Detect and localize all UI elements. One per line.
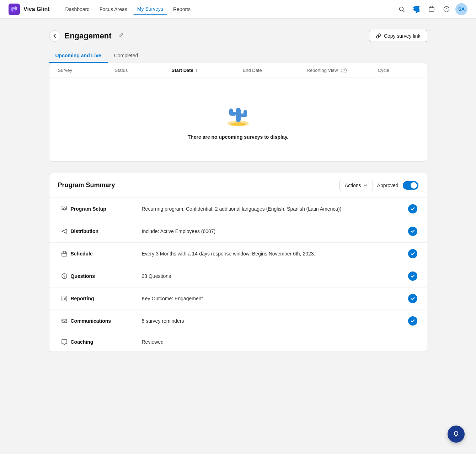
- questions-icon: ?: [58, 273, 71, 279]
- copy-survey-label: Copy survey link: [384, 33, 421, 39]
- program-setup-value: Recurring program, Confidential, 2 addit…: [142, 206, 407, 212]
- svg-point-3: [12, 9, 16, 12]
- brand-name: Viva Glint: [23, 6, 50, 12]
- svg-rect-10: [236, 108, 241, 122]
- distribution-label: Distribution: [71, 228, 142, 234]
- schedule-icon: [58, 250, 71, 257]
- settings-button[interactable]: [411, 3, 423, 15]
- reporting-row: Reporting Key Outcome: Engagement: [49, 287, 427, 310]
- reporting-label: Reporting: [71, 296, 142, 301]
- svg-rect-12: [229, 109, 233, 116]
- program-setup-row: Program Setup Recurring program, Confide…: [49, 198, 427, 220]
- nav-reports[interactable]: Reports: [169, 4, 195, 14]
- svg-line-5: [403, 10, 405, 12]
- col-reporting-view: Reporting View ?: [307, 68, 378, 73]
- back-button[interactable]: [49, 30, 60, 42]
- chevron-down-icon: [363, 183, 368, 188]
- reporting-icon: [58, 295, 71, 302]
- svg-rect-22: [62, 319, 67, 323]
- check-circle: [408, 294, 417, 303]
- questions-check: [407, 271, 418, 281]
- communications-icon: [58, 318, 71, 324]
- svg-rect-6: [429, 7, 434, 11]
- communications-value: 5 survey reminders: [142, 318, 407, 324]
- questions-value: 23 Questions: [142, 273, 407, 279]
- svg-point-15: [230, 122, 246, 126]
- notifications-button[interactable]: [426, 3, 438, 15]
- empty-state-message: There are no upcoming surveys to display…: [188, 134, 289, 140]
- approved-toggle[interactable]: [403, 181, 418, 190]
- schedule-label: Schedule: [71, 251, 142, 257]
- program-setup-icon: [58, 206, 71, 212]
- check-circle: [408, 316, 417, 326]
- col-cycle: Cycle: [378, 68, 421, 73]
- edit-title-button[interactable]: [116, 32, 126, 40]
- questions-row: ? Questions 23 Questions: [49, 265, 427, 287]
- check-circle: [408, 271, 417, 281]
- distribution-icon: [58, 228, 71, 234]
- copy-survey-button[interactable]: Copy survey link: [369, 30, 427, 42]
- distribution-row: Distribution Include: Active Employees (…: [49, 220, 427, 243]
- survey-table-panel: Survey Status Start Date ↑ End Date Repo…: [49, 63, 427, 162]
- col-end-date: End Date: [243, 68, 307, 73]
- distribution-value: Include: Active Employees (6007): [142, 228, 407, 234]
- coaching-value: Reviewed: [142, 339, 407, 345]
- program-setup-label: Program Setup: [71, 206, 142, 212]
- tab-upcoming[interactable]: Upcoming and Live: [49, 49, 108, 63]
- communications-label: Communications: [71, 318, 142, 324]
- svg-rect-14: [244, 110, 247, 117]
- communications-check: [407, 316, 418, 326]
- col-status: Status: [115, 68, 172, 73]
- reporting-check: [407, 294, 418, 303]
- approved-label: Approved: [377, 183, 399, 188]
- program-summary-controls: Actions Approved: [339, 180, 418, 191]
- schedule-check: [407, 249, 418, 258]
- col-start-date[interactable]: Start Date ↑: [172, 68, 243, 73]
- questions-label: Questions: [71, 273, 142, 279]
- program-setup-check: [407, 204, 418, 213]
- program-summary-title: Program Summary: [58, 181, 115, 189]
- program-summary-section: Program Summary Actions Approved Program…: [49, 173, 427, 352]
- svg-text:?: ?: [445, 7, 448, 11]
- empty-state: There are no upcoming surveys to display…: [49, 78, 427, 161]
- coaching-row: Coaching Reviewed: [49, 332, 427, 352]
- nav-dashboard[interactable]: Dashboard: [61, 4, 94, 14]
- check-circle: [408, 227, 417, 236]
- toggle-slider: [403, 181, 418, 190]
- nav-focus-areas[interactable]: Focus Areas: [95, 4, 132, 14]
- sort-arrow-icon: ↑: [195, 68, 197, 73]
- schedule-value: Every 3 Months with a 14-days response w…: [142, 251, 407, 257]
- reporting-value: Key Outcome: Engagement: [142, 296, 407, 301]
- help-button[interactable]: ?: [440, 3, 453, 15]
- survey-header: Engagement Copy survey link: [49, 30, 427, 42]
- main-content: Engagement Copy survey link Upcoming and…: [39, 19, 437, 362]
- nav-actions: ? SA: [396, 3, 467, 15]
- nav-my-surveys[interactable]: My Surveys: [133, 4, 167, 15]
- svg-marker-17: [62, 229, 67, 233]
- user-avatar[interactable]: SA: [455, 3, 467, 15]
- reporting-help-icon[interactable]: ?: [341, 68, 347, 73]
- distribution-check: [407, 227, 418, 236]
- survey-title-group: Engagement: [49, 30, 126, 42]
- program-summary-header: Program Summary Actions Approved: [49, 173, 427, 198]
- svg-text:?: ?: [63, 274, 65, 278]
- communications-row: Communications 5 survey reminders: [49, 310, 427, 332]
- link-icon: [376, 33, 381, 39]
- table-header: Survey Status Start Date ↑ End Date Repo…: [49, 63, 427, 78]
- svg-point-4: [400, 7, 403, 11]
- tab-completed[interactable]: Completed: [108, 49, 145, 63]
- schedule-row: Schedule Every 3 Months with a 14-days r…: [49, 243, 427, 265]
- survey-title: Engagement: [65, 31, 112, 41]
- brand-icon: [9, 4, 20, 15]
- brand-logo[interactable]: Viva Glint: [9, 4, 50, 15]
- actions-button[interactable]: Actions: [339, 180, 373, 191]
- check-circle: [408, 249, 417, 258]
- top-navigation: Viva Glint Dashboard Focus Areas My Surv…: [0, 0, 476, 19]
- empty-state-illustration: [222, 99, 254, 128]
- col-survey: Survey: [58, 68, 115, 73]
- svg-rect-18: [62, 252, 67, 256]
- check-circle: [408, 204, 417, 213]
- coaching-label: Coaching: [71, 339, 142, 345]
- nav-links: Dashboard Focus Areas My Surveys Reports: [61, 4, 396, 15]
- search-button[interactable]: [396, 3, 408, 15]
